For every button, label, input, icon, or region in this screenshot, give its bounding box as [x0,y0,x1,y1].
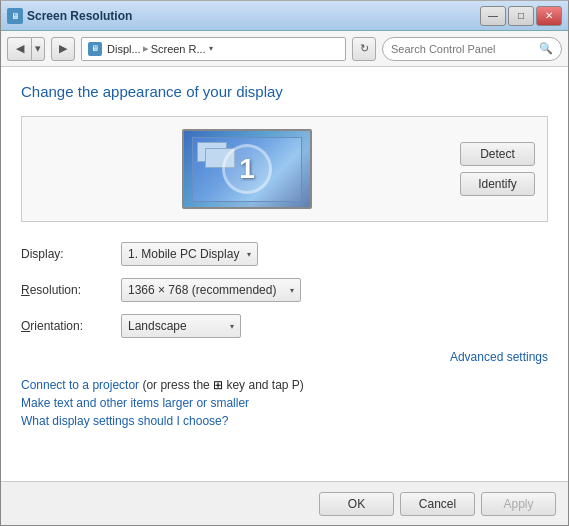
apply-button[interactable]: Apply [481,492,556,516]
maximize-button[interactable]: □ [508,6,534,26]
display-label: Display: [21,247,121,261]
monitor-preview: 1 [182,129,312,209]
path-segment-2: Screen R... [151,43,206,55]
cancel-button[interactable]: Cancel [400,492,475,516]
search-input[interactable] [391,43,535,55]
titlebar-controls: — □ ✕ [480,6,562,26]
resolution-select[interactable]: 1366 × 768 (recommended) ▾ [121,278,301,302]
display-select-arrow: ▾ [247,250,251,259]
orientation-select-arrow: ▾ [230,322,234,331]
path-icon: 🖥 [88,42,102,56]
orientation-label: Orientation: [21,319,121,333]
monitor-number: 1 [222,144,272,194]
page-title: Change the appearance of your display [21,83,548,100]
monitor-image: 1 [182,129,312,209]
close-button[interactable]: ✕ [536,6,562,26]
resolution-label-underline: R [21,283,30,297]
content-area: Change the appearance of your display 1 [1,67,568,481]
display-settings-help-link[interactable]: What display settings should I choose? [21,414,228,428]
back-button[interactable]: ◀ [7,37,31,61]
display-select[interactable]: 1. Mobile PC Display ▾ [121,242,258,266]
minimize-button[interactable]: — [480,6,506,26]
identify-button[interactable]: Identify [460,172,535,196]
path-sep-1: ▸ [143,42,149,55]
titlebar-app-icon: 🖥 [7,8,23,24]
titlebar: 🖥 Screen Resolution — □ ✕ [1,1,568,31]
titlebar-left: 🖥 Screen Resolution [7,8,132,24]
display-row: Display: 1. Mobile PC Display ▾ [21,242,548,266]
nav-button-group: ◀ ▾ [7,37,45,61]
ok-button[interactable]: OK [319,492,394,516]
footer: OK Cancel Apply [1,481,568,525]
orientation-select[interactable]: Landscape ▾ [121,314,241,338]
refresh-button[interactable]: ↻ [352,37,376,61]
detect-button[interactable]: Detect [460,142,535,166]
advanced-settings-link[interactable]: Advanced settings [450,350,548,364]
search-icon: 🔍 [539,42,553,55]
monitor-inner: 1 [192,137,302,202]
addressbar: ◀ ▾ ▶ 🖥 Displ... ▸ Screen R... ▾ ↻ 🔍 [1,31,568,67]
resolution-label: Resolution: [21,283,121,297]
advanced-settings-container: Advanced settings [21,350,548,364]
orientation-label-text: rientation: [30,319,83,333]
windows-key-icon: ⊞ [213,378,223,392]
back-dropdown-button[interactable]: ▾ [31,37,45,61]
info-links: Connect to a projector (or press the ⊞ k… [21,378,548,428]
resolution-select-arrow: ▾ [290,286,294,295]
path-dropdown-arrow: ▾ [209,44,213,53]
link1-suffix: (or press the [139,378,213,392]
resolution-label-text: esolution: [30,283,81,297]
preview-buttons: Detect Identify [460,142,535,196]
info-link-row-3: What display settings should I choose? [21,414,548,428]
orientation-row: Orientation: Landscape ▾ [21,314,548,338]
forward-button[interactable]: ▶ [51,37,75,61]
preview-box: 1 Detect Identify [21,116,548,222]
window: 🖥 Screen Resolution — □ ✕ ◀ ▾ ▶ 🖥 Displ.… [0,0,569,526]
resolution-select-value: 1366 × 768 (recommended) [128,283,276,297]
display-select-value: 1. Mobile PC Display [128,247,239,261]
address-path[interactable]: 🖥 Displ... ▸ Screen R... ▾ [81,37,346,61]
orientation-label-underline: O [21,319,30,333]
orientation-select-value: Landscape [128,319,187,333]
connect-projector-link[interactable]: Connect to a projector [21,378,139,392]
info-link-row-1: Connect to a projector (or press the ⊞ k… [21,378,548,392]
monitor-preview-container: 1 [34,129,460,209]
text-size-link[interactable]: Make text and other items larger or smal… [21,396,249,410]
link1-end: key and tap P) [223,378,304,392]
path-segment-1: Displ... [107,43,141,55]
info-link-row-2: Make text and other items larger or smal… [21,396,548,410]
resolution-row: Resolution: 1366 × 768 (recommended) ▾ [21,278,548,302]
search-box[interactable]: 🔍 [382,37,562,61]
titlebar-title: Screen Resolution [27,9,132,23]
